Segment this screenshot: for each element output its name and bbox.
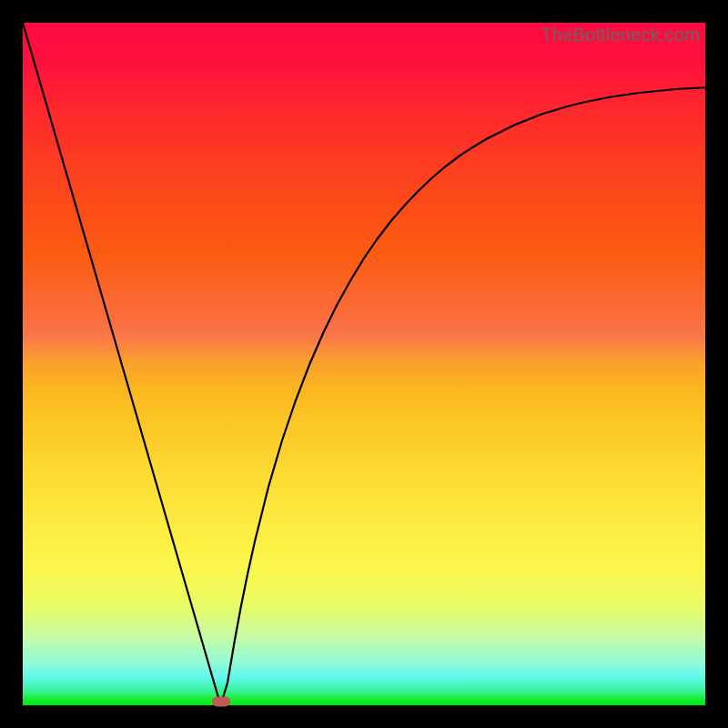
- chart-frame: TheBottleneck.com: [0, 0, 728, 728]
- plot-area: TheBottleneck.com: [23, 23, 705, 705]
- bottleneck-curve: [23, 23, 705, 705]
- watermark-text: TheBottleneck.com: [541, 25, 700, 46]
- curve-svg: [23, 23, 705, 705]
- minimum-marker: [212, 697, 230, 707]
